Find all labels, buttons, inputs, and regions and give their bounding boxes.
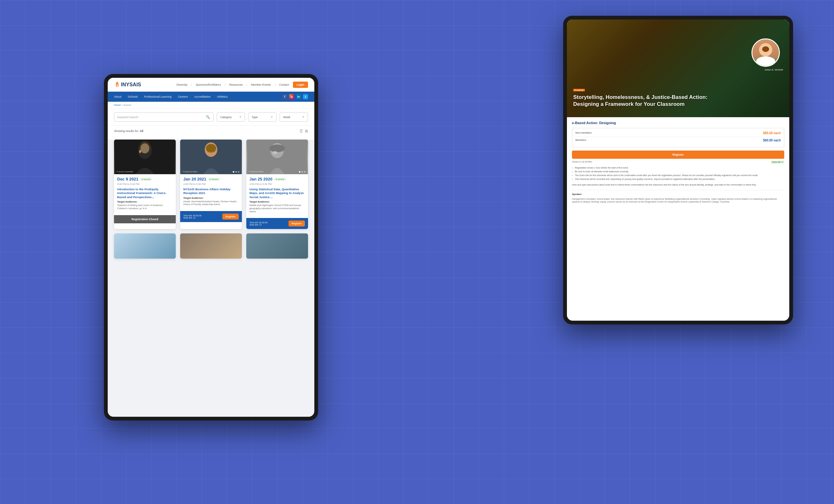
bt-speaker-section: Speaker management consultant, school le… [572,190,784,204]
breadcrumb-home[interactable]: Home [114,104,120,107]
showing-results: Showing results for: All ☰ ⊞ [114,129,308,133]
event-card-1-image: © Susan Greenfield [114,139,176,174]
ft-social-icons: f ◎ in t [282,94,308,99]
bt-info-item-4: ○ This eSeminar will be recorded and, de… [572,178,784,180]
svg-point-7 [206,144,216,153]
bt-info-item-3: ○ The Zoom link for this eSeminar will b… [572,174,784,176]
card3-audience: Middle and High/Upper School STEM and hu… [249,204,305,213]
card3-date-row: Jan 25 2020 E seminar [249,177,305,181]
bt-member-label: Members: [575,138,587,142]
keyword-search-placeholder: Keyword Search [117,116,138,119]
card2-date: Jan 20 2021 [183,177,206,181]
card2-photographer: © Deborah Offner [183,171,197,173]
linkedin-icon[interactable]: in [296,94,301,99]
card1-photographer: © Susan Greenfield [116,171,133,173]
event-card-3[interactable]: © Deborah Offner Jan 25 2020 E seminar 4… [246,139,308,229]
event-card-1-footer: Registration Closed [114,215,176,223]
second-card-2-image [180,234,242,259]
event-card-1[interactable]: © Susan Greenfield Dec 9 2021 E seminar … [114,139,176,229]
type-filter[interactable]: Type ▼ [248,112,277,122]
bt-price-row-nonmember: Non-members: $85.00 each [575,131,781,135]
second-card-2[interactable] [180,234,242,259]
second-row-cards [108,234,314,263]
ft-nav-schools[interactable]: Schools [128,95,138,98]
tablet-back: 🕯 INYSAIS Diversity | Sponsors/Exhibitor… [563,16,793,325]
bt-speaker-name: Julian A. McNeill [764,68,783,71]
event-card-3-footer: Time left: 00:00:00 Slots left: 12 Regis… [246,218,308,229]
svg-point-10 [269,145,285,152]
week-filter[interactable]: Week ▼ [280,112,308,122]
ft-nav-about[interactable]: About [114,95,122,98]
ft-nav-professional[interactable]: Professional Learning [144,95,172,98]
grid-view-icon[interactable]: ⊞ [305,129,308,133]
type-chevron-icon: ▼ [270,116,273,118]
card1-date: Dec 9 2021 [117,177,138,181]
search-icon: 🔍 [206,115,210,119]
second-card-3-image [246,234,308,259]
card1-badge: E seminar [140,178,152,181]
bt-pricing-box: Non-members: $85.00 each Members: $60.00… [572,128,784,148]
ft-nav-accreditation[interactable]: Accreditation [194,95,211,98]
card2-time-left: Time left: 00:00:00 [183,215,202,217]
bt-nonmember-label: Non-members: [575,131,592,135]
bt-register-button[interactable]: Register [572,151,784,159]
card3-audience-label: Target Audience: [249,200,305,203]
card1-date-row: Dec 9 2021 E seminar [117,177,173,181]
ft-nav-links: Diversity | Sponsors/Exhibitors | Resour… [176,82,308,88]
card3-time-slots: Time left: 00:00:00 Slots left: 12 [249,221,268,226]
showing-value: All [140,129,144,133]
keyword-search-input[interactable]: Keyword Search 🔍 [114,112,214,122]
bt-hero: E-seminar Storytelling, Homelessness, & … [567,20,789,117]
event-card-3-body: Jan 25 2020 E seminar 4:00 PM to 5:30 PM… [246,174,308,218]
bt-speaker-label: Speaker [572,193,784,196]
card2-date-row: Jan 20 2021 E seminar [183,177,239,181]
card2-time-slots: Time left: 00:00:00 Slots left: 12 [183,215,202,219]
card3-slots-left: Slots left: 12 [249,224,268,226]
card2-audience-label: Target Audience: [183,197,239,199]
svg-point-3 [140,143,149,153]
card3-photographer: © Deborah Offner [249,171,264,173]
card3-time-left: Time left: 00:00:00 [249,221,268,224]
ft-nav-careers[interactable]: Careers [178,95,188,98]
bt-price-row-member: Members: $60.00 each [575,138,781,142]
ft-logo: 🕯 INYSAIS [114,81,141,88]
ft-nav-athletics[interactable]: Athletics [217,95,228,98]
search-area: Keyword Search 🔍 Category ▼ Type ▼ Week … [108,109,314,126]
card3-badge: E seminar [274,178,286,181]
instagram-icon[interactable]: ◎ [289,94,294,99]
event-card-3-image: © Deborah Offner [246,139,308,174]
twitter-icon[interactable]: t [303,94,308,99]
event-cards-grid: © Susan Greenfield Dec 9 2021 E seminar … [108,139,314,234]
event-card-2-image: © Deborah Offner [180,139,242,174]
ft-header: 🕯 INYSAIS Diversity | Sponsors/Exhibitor… [108,78,314,92]
event-card-2[interactable]: © Deborah Offner Jan 20 2021 E seminar 4… [180,139,242,229]
card1-title: Introduction to the ProEquity Instructio… [117,188,173,199]
bt-info-item-2: ○ Be sure to enter all attendee email ad… [572,170,784,173]
breadcrumb: Home > Events [108,102,314,109]
card3-time: 4:00 PM to 5:30 PM [249,183,305,185]
second-card-3[interactable] [246,234,308,259]
svg-point-4 [139,150,141,153]
ft-login-button[interactable]: Login [293,82,308,88]
showing-label: Showing results for: [114,129,139,133]
facebook-icon[interactable]: f [282,94,287,99]
bt-hero-content: E-seminar Storytelling, Homelessness, & … [573,86,732,108]
event-card-2-footer: Time left: 00:00:00 Slots left: 12 Regis… [180,211,242,222]
svg-point-11 [272,151,278,154]
bt-nonmember-price: $85.00 each [763,131,781,135]
category-chevron-icon: ▼ [239,116,242,118]
bt-detail: e-Based Action: Designing Non-members: $… [567,117,789,207]
card3-register-button[interactable]: Register [288,220,305,226]
list-view-icon[interactable]: ☰ [300,129,303,133]
week-chevron-icon: ▼ [302,116,305,118]
second-card-1[interactable] [114,234,176,259]
card2-badge: E seminar [208,178,220,181]
card1-status: Registration Closed [131,218,158,221]
ft-logo-icon: 🕯 [114,81,120,88]
card2-register-button[interactable]: Register [222,214,239,220]
bt-detail-title: e-Based Action: Designing [572,121,784,125]
card3-date: Jan 25 2020 [249,177,272,181]
card1-time: 4:00 PM to 5:30 PM [117,183,173,185]
category-filter[interactable]: Category ▼ [217,112,245,122]
bt-member-price: $60.00 each [763,138,781,142]
